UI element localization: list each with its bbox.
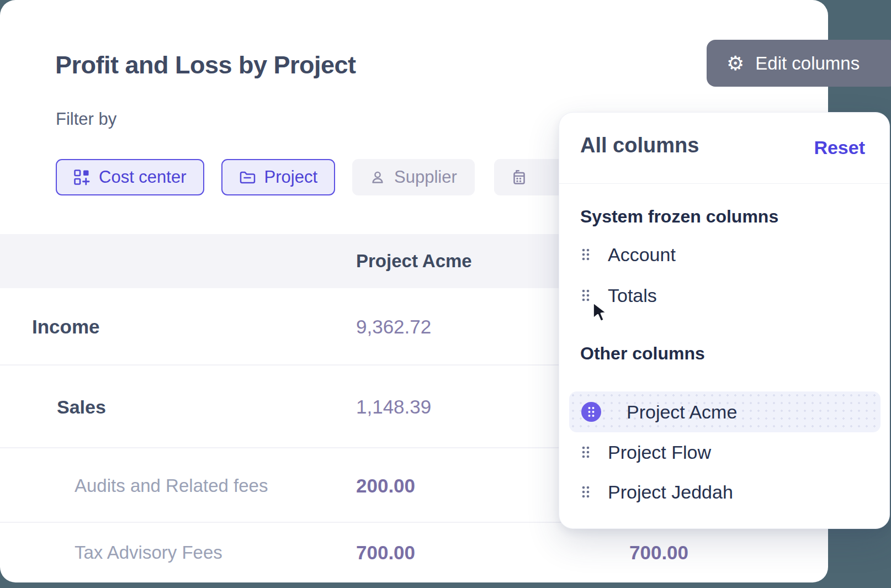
row-label: Tax Advisory Fees — [75, 523, 222, 582]
billing-calendar-icon — [512, 169, 527, 186]
row-label: Sales — [57, 365, 106, 448]
row-value-total: 700.00 — [629, 523, 688, 582]
popover-divider — [559, 183, 889, 184]
reset-button[interactable]: Reset — [814, 137, 865, 158]
column-header-project-acme: Project Acme — [356, 234, 472, 288]
section-heading-other-columns: Other columns — [580, 343, 705, 364]
filter-chip-label: Cost center — [99, 167, 187, 187]
column-item-label: Totals — [608, 285, 657, 306]
filter-chip-cost-center[interactable]: Cost center — [56, 159, 204, 195]
filter-chip-label: Project — [264, 167, 317, 187]
row-value: 700.00 — [356, 523, 415, 582]
page-title: Profit and Loss by Project — [55, 51, 356, 80]
filter-chip-project[interactable]: Project — [221, 159, 335, 195]
drag-handle-icon[interactable] — [581, 446, 590, 459]
column-item-project-flow[interactable]: Project Flow — [559, 436, 889, 468]
row-value: 9,362.72 — [356, 288, 431, 365]
column-item-label: Project Flow — [608, 442, 711, 463]
folder-icon — [239, 170, 256, 185]
column-item-project-acme-dragging[interactable]: Project Acme — [569, 391, 881, 432]
all-columns-popover: All columns Reset System frozen columns … — [559, 112, 890, 529]
mouse-cursor-icon — [590, 300, 611, 322]
filter-chips: Cost center Project Supplier — [56, 159, 588, 195]
row-value: 200.00 — [356, 448, 415, 523]
column-item-label: Account — [608, 244, 676, 266]
section-heading-frozen-columns: System frozen columns — [580, 206, 778, 227]
column-item-label: Project Jeddah — [608, 481, 733, 503]
table-row: Tax Advisory Fees 700.00 700.00 — [0, 523, 828, 582]
row-label: Income — [32, 288, 100, 365]
person-icon — [370, 169, 385, 185]
row-label: Audits and Related fees — [75, 448, 268, 523]
drag-handle-icon[interactable] — [581, 248, 590, 261]
row-value: 1,148.39 — [356, 365, 431, 448]
popover-title: All columns — [580, 134, 699, 157]
filter-chip-supplier[interactable]: Supplier — [352, 159, 475, 195]
drag-handle-icon[interactable] — [581, 289, 590, 302]
drag-handle-active-icon[interactable] — [581, 402, 601, 422]
edit-columns-button[interactable]: ⚙ Edit columns — [707, 40, 891, 87]
edit-columns-label: Edit columns — [755, 53, 860, 74]
column-item-label: Project Acme — [627, 391, 737, 432]
column-item-account[interactable]: Account — [559, 239, 889, 271]
gear-icon: ⚙ — [726, 54, 744, 73]
grid-plus-icon — [73, 169, 90, 186]
screen: Profit and Loss by Project Filter by Cos… — [0, 0, 891, 588]
drag-handle-icon[interactable] — [581, 485, 590, 499]
filter-chip-label: Supplier — [394, 167, 457, 187]
column-item-project-jeddah[interactable]: Project Jeddah — [559, 476, 889, 508]
filter-by-label: Filter by — [56, 109, 116, 129]
